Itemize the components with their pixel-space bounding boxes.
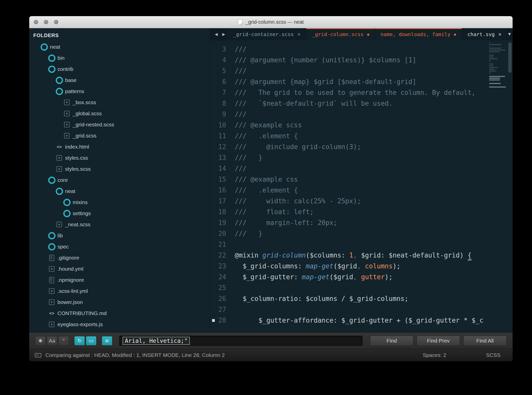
find-input[interactable]: Arial, Helvetica;" [119, 336, 363, 346]
code-line[interactable]: 5/// [210, 66, 513, 76]
tree-item-eyeglass-exports-js[interactable]: eyeglass-exports.js [29, 319, 210, 330]
window-close-button[interactable] [34, 20, 38, 24]
minimap[interactable] [488, 40, 507, 332]
tree-item-styles-scss[interactable]: styles.scss [29, 163, 210, 175]
find-toggle-whole-word[interactable]: “ [58, 336, 69, 345]
code-text: /// @argument {number (unitless)} $colum… [235, 56, 416, 64]
code-line[interactable]: 15/// @example css [210, 174, 513, 185]
window-zoom-button[interactable] [54, 20, 58, 24]
tree-item-patterns[interactable]: patterns [29, 86, 210, 97]
code-line[interactable]: 18/// float: left; [210, 207, 513, 217]
tree-item-index-html[interactable]: <>index.html [29, 141, 210, 152]
code-line[interactable]: 13/// } [210, 152, 513, 163]
tree-item-contrib[interactable]: contrib [29, 64, 210, 75]
tree-item-global-scss[interactable]: _global.scss [29, 108, 210, 119]
code-line[interactable]: 25 [210, 283, 513, 293]
code-line[interactable]: 20/// } [210, 228, 513, 239]
tab-grid-container-scss[interactable]: _grid-container.scss× [227, 28, 306, 40]
tree-item-box-scss[interactable]: _box.scss [29, 97, 210, 108]
find-toggle-in-selection[interactable]: ▭ [86, 336, 96, 345]
code-line[interactable]: 23 $_grid-columns: map-get($grid, column… [210, 261, 513, 272]
code-line[interactable]: 3/// [210, 44, 513, 55]
find-toggle-case-sensitive[interactable]: Aa [47, 336, 57, 345]
find-button[interactable]: Find [370, 336, 413, 346]
line-number: 12 [212, 142, 226, 152]
file-icon [63, 133, 71, 138]
line-number: 27 [212, 304, 226, 315]
line-number: 19 [212, 217, 226, 228]
scrollbar-thumb[interactable] [508, 42, 512, 73]
tree-item-grid-nested-scss[interactable]: _grid-nested.scss [29, 119, 210, 130]
code-line[interactable]: 21 [210, 239, 513, 250]
code-line[interactable]: 8/// `$neat-default-grid` will be used. [210, 98, 513, 109]
code-line[interactable]: 9/// [210, 109, 513, 120]
tab-overflow-icon[interactable]: ▼ [507, 32, 513, 37]
tree-item-mixins[interactable]: mixins [29, 197, 210, 208]
find-toggle-regex[interactable]: ✱ [35, 336, 46, 345]
code-text: $_gutter-affordance: $_grid-gutter + ($_… [235, 317, 483, 324]
code-line[interactable]: 6/// @argument {map} $grid [$neat-defaul… [210, 76, 513, 87]
tab-close-icon[interactable]: × [297, 32, 301, 37]
code-line[interactable]: 26 $_column-ratio: $columns / $_grid-col… [210, 293, 513, 304]
code-line[interactable]: 24 $_grid-gutter: map-get($grid, gutter)… [210, 272, 513, 283]
code-line[interactable]: 19/// margin-left: 20px; [210, 217, 513, 228]
window-minimize-button[interactable] [44, 20, 48, 24]
code-line[interactable]: 11/// .element { [210, 131, 513, 142]
file-icon [63, 111, 71, 116]
tree-item-label: _grid.scss [73, 133, 97, 139]
tree-item-npmignore[interactable]: .npmignore [29, 274, 210, 286]
tree-item-label: base [65, 77, 77, 83]
line-number: 20 [212, 228, 226, 239]
tree-item-contributing-md[interactable]: <>CONTRIBUTING.md [29, 308, 210, 319]
tree-item-styles-css[interactable]: styles.css [29, 152, 210, 163]
code-line[interactable]: 22@mixin grid-column($columns: 1, $grid:… [210, 250, 513, 261]
code-line[interactable]: 16/// .element { [210, 185, 513, 196]
tree-item-spec[interactable]: spec [29, 241, 210, 252]
tab-chart-svg[interactable]: chart.svg× [462, 28, 508, 40]
tree-item-neat[interactable]: neat [29, 41, 210, 52]
tree-item-hound-yml[interactable]: .hound.yml [29, 263, 210, 274]
file-icon [47, 266, 56, 272]
tree-item-settings[interactable]: settings [29, 208, 210, 219]
code-text: /// .element { [235, 186, 298, 194]
folder-tree: neatbincontribbasepatterns_box.scss_glob… [29, 41, 210, 330]
code-line[interactable]: 12/// @include grid-column(3); [210, 142, 513, 152]
tree-item-bin[interactable]: bin [29, 52, 210, 64]
indent-setting[interactable]: Spaces: 2 [423, 352, 446, 358]
code-line[interactable]: 14/// [210, 163, 513, 174]
tree-item-bower-json[interactable]: bower.json [29, 297, 210, 308]
tab-close-icon[interactable]: × [498, 32, 501, 37]
syntax-name[interactable]: SCSS [486, 352, 500, 358]
file-icon [55, 222, 64, 227]
tree-item-gitignore[interactable]: .gitignore [29, 252, 210, 263]
code-line[interactable]: 7/// The grid to be used to generate the… [210, 87, 513, 98]
tree-item-neat[interactable]: neat [29, 186, 210, 197]
tab-scroll-right-icon[interactable]: ▶ [222, 32, 225, 37]
find-prev-button[interactable]: Find Prev [417, 336, 460, 346]
tree-item-base[interactable]: base [29, 75, 210, 86]
code-line[interactable]: 10/// @example scss [210, 120, 513, 131]
tab-scroll-left-icon[interactable]: ◀ [215, 32, 218, 37]
traffic-lights [34, 20, 58, 24]
code-text: /// @example scss [235, 121, 302, 129]
find-toggle-highlight-matches[interactable]: ≡ [102, 336, 112, 345]
tree-item-neat-scss[interactable]: _neat.scss [29, 219, 210, 230]
tree-item-label: styles.css [65, 155, 88, 161]
panel-toggle-icon[interactable] [35, 353, 41, 357]
code-line[interactable]: 28 $_gutter-affordance: $_grid-gutter + … [210, 315, 513, 326]
tab-grid-column-scss[interactable]: _grid-column.scss● [306, 28, 375, 40]
find-toggle-wrap[interactable]: ↻ [74, 336, 85, 345]
tree-item-core[interactable]: core [29, 175, 210, 186]
code-view[interactable]: 3///4/// @argument {number (unitless)} $… [210, 40, 513, 332]
tab-name-downloads-family[interactable]: name, downloads, family● [375, 28, 462, 40]
code-line[interactable]: 17/// width: calc(25% - 25px); [210, 196, 513, 207]
tree-item-lib[interactable]: lib [29, 230, 210, 241]
code-line[interactable]: 27 [210, 304, 513, 315]
vertical-scrollbar[interactable] [507, 40, 513, 332]
find-all-button[interactable]: Find All [463, 336, 507, 346]
tree-item-scss-lint-yml[interactable]: .scss-lint.yml [29, 286, 210, 297]
code-line[interactable]: 4/// @argument {number (unitless)} $colu… [210, 55, 513, 66]
tree-item-label: bin [57, 55, 65, 61]
tree-item-grid-scss[interactable]: _grid.scss [29, 130, 210, 141]
sidebar: FOLDERS neatbincontribbasepatterns_box.s… [29, 28, 210, 332]
